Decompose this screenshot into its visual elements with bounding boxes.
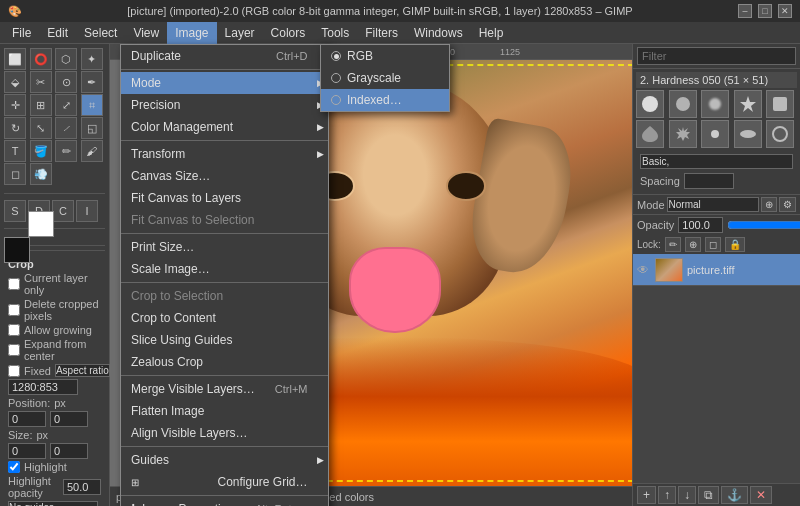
menu-mode[interactable]: Mode xyxy=(121,72,328,94)
tool-free-select[interactable]: ⬡ xyxy=(55,48,77,70)
tool-clone[interactable]: C xyxy=(52,200,74,222)
opacity-slider[interactable] xyxy=(727,219,800,231)
layer-item[interactable]: 👁 picture.tiff xyxy=(633,254,800,286)
tool-fuzzy-select[interactable]: ✦ xyxy=(81,48,103,70)
menu-align-visible[interactable]: Align Visible Layers… xyxy=(121,422,328,444)
menu-transform[interactable]: Transform xyxy=(121,143,328,165)
menu-file[interactable]: File xyxy=(4,22,39,44)
lock-position-button[interactable]: ⊕ xyxy=(685,237,701,252)
spacing-input[interactable]: 10.0 xyxy=(684,173,734,189)
brush-10[interactable] xyxy=(766,120,794,148)
tool-perspective[interactable]: ◱ xyxy=(81,117,103,139)
opt-highlight-opacity-input[interactable] xyxy=(63,479,101,495)
delete-layer-button[interactable]: ✕ xyxy=(750,486,772,504)
tool-paintbucket[interactable]: 🪣 xyxy=(30,140,52,162)
menu-print-size[interactable]: Print Size… xyxy=(121,236,328,258)
tool-ellipse-select[interactable]: ⭕ xyxy=(30,48,52,70)
brush-5[interactable] xyxy=(766,90,794,118)
opt-fixed-select[interactable]: Aspect ratio Size xyxy=(55,364,110,377)
opt-expand-center-check[interactable] xyxy=(8,344,20,356)
menu-zealous-crop[interactable]: Zealous Crop xyxy=(121,351,328,373)
opt-highlight-check[interactable] xyxy=(8,461,20,473)
tool-align[interactable]: ⊞ xyxy=(30,94,52,116)
opt-w-input[interactable] xyxy=(8,443,46,459)
lower-layer-button[interactable]: ↓ xyxy=(678,486,696,504)
layer-mode-extra[interactable]: ⊕ xyxy=(761,197,777,212)
brush-4[interactable] xyxy=(734,90,762,118)
foreground-color[interactable] xyxy=(4,237,30,263)
opt-h-input[interactable] xyxy=(50,443,88,459)
tool-transform[interactable]: ⤢ xyxy=(55,94,77,116)
menu-scale-image[interactable]: Scale Image… xyxy=(121,258,328,280)
mode-grayscale[interactable]: Grayscale xyxy=(321,67,449,89)
menu-canvas-size[interactable]: Canvas Size… xyxy=(121,165,328,187)
maximize-button[interactable]: □ xyxy=(758,4,772,18)
tool-select-by-color[interactable]: ⬙ xyxy=(4,71,26,93)
tool-text[interactable]: T xyxy=(4,140,26,162)
background-color[interactable] xyxy=(28,211,54,237)
opt-current-layer-check[interactable] xyxy=(8,278,20,290)
tool-paths[interactable]: ✒ xyxy=(81,71,103,93)
brush-8[interactable] xyxy=(701,120,729,148)
menu-colors[interactable]: Colors xyxy=(263,22,314,44)
menu-help[interactable]: Help xyxy=(471,22,512,44)
layer-mode-options[interactable]: ⚙ xyxy=(779,197,796,212)
lock-pixels-button[interactable]: ✏ xyxy=(665,237,681,252)
lock-alpha-button[interactable]: ◻ xyxy=(705,237,721,252)
menu-image-properties[interactable]: ℹ Image Properties Alt+Return xyxy=(121,498,328,506)
close-button[interactable]: ✕ xyxy=(778,4,792,18)
menu-precision[interactable]: Precision xyxy=(121,94,328,116)
brush-9[interactable] xyxy=(734,120,762,148)
menu-select[interactable]: Select xyxy=(76,22,125,44)
mode-rgb[interactable]: RGB xyxy=(321,45,449,67)
menu-image[interactable]: Image xyxy=(167,22,216,44)
opacity-input[interactable] xyxy=(678,217,723,233)
tool-rotate[interactable]: ↻ xyxy=(4,117,26,139)
menu-fit-canvas-layers[interactable]: Fit Canvas to Layers xyxy=(121,187,328,209)
tool-color-picker[interactable]: I xyxy=(76,200,98,222)
tool-scissors[interactable]: ✂ xyxy=(30,71,52,93)
menu-filters[interactable]: Filters xyxy=(357,22,406,44)
menu-layer[interactable]: Layer xyxy=(217,22,263,44)
menu-view[interactable]: View xyxy=(125,22,167,44)
opt-guides-select[interactable]: No guides Rule of thirds xyxy=(8,501,98,506)
tool-paintbrush[interactable]: 🖌 xyxy=(81,140,103,162)
opt-y-input[interactable] xyxy=(50,411,88,427)
layer-mode-select[interactable]: Normal Multiply Screen xyxy=(667,197,759,212)
tool-foreground-select[interactable]: ⊙ xyxy=(55,71,77,93)
menu-configure-grid[interactable]: ⊞ Configure Grid… xyxy=(121,471,328,493)
new-layer-button[interactable]: + xyxy=(637,486,656,504)
brushes-filter-input[interactable] xyxy=(637,47,796,65)
menu-tools[interactable]: Tools xyxy=(313,22,357,44)
tool-pencil[interactable]: ✏ xyxy=(55,140,77,162)
opt-fixed-check[interactable] xyxy=(8,365,20,377)
tool-airbrush[interactable]: 💨 xyxy=(30,163,52,185)
opt-allow-growing-check[interactable] xyxy=(8,324,20,336)
brush-7[interactable] xyxy=(669,120,697,148)
anchor-layer-button[interactable]: ⚓ xyxy=(721,486,748,504)
tool-crop[interactable]: ⌗ xyxy=(81,94,103,116)
menu-duplicate[interactable]: Duplicate Ctrl+D xyxy=(121,45,328,67)
minimize-button[interactable]: – xyxy=(738,4,752,18)
menu-windows[interactable]: Windows xyxy=(406,22,471,44)
tool-eraser[interactable]: ◻ xyxy=(4,163,26,185)
brush-2[interactable] xyxy=(669,90,697,118)
tool-scale[interactable]: ⤡ xyxy=(30,117,52,139)
tool-move[interactable]: ✛ xyxy=(4,94,26,116)
tool-smudge[interactable]: S xyxy=(4,200,26,222)
opt-x-input[interactable] xyxy=(8,411,46,427)
menu-slice-guides[interactable]: Slice Using Guides xyxy=(121,329,328,351)
brushes-display-mode[interactable]: Basic, xyxy=(640,154,793,169)
brush-3[interactable] xyxy=(701,90,729,118)
raise-layer-button[interactable]: ↑ xyxy=(658,486,676,504)
mode-indexed[interactable]: Indexed… xyxy=(321,89,449,111)
menu-edit[interactable]: Edit xyxy=(39,22,76,44)
layer-visibility-icon[interactable]: 👁 xyxy=(637,263,651,277)
lock-all-button[interactable]: 🔒 xyxy=(725,237,745,252)
tool-shear[interactable]: ⟋ xyxy=(55,117,77,139)
tool-rect-select[interactable]: ⬜ xyxy=(4,48,26,70)
menu-crop-content[interactable]: Crop to Content xyxy=(121,307,328,329)
brush-6[interactable] xyxy=(636,120,664,148)
menu-flatten[interactable]: Flatten Image xyxy=(121,400,328,422)
menu-color-management[interactable]: Color Management xyxy=(121,116,328,138)
